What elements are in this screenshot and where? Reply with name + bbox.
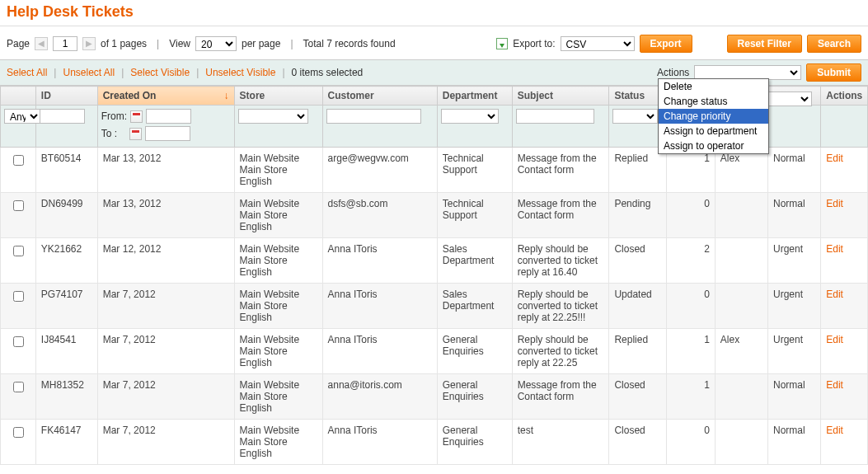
cell-id: PG74107 [35,284,97,329]
col-customer[interactable]: Customer [322,87,437,106]
edit-link[interactable]: Edit [826,198,843,209]
cell-store: Main Website Main Store English [234,329,322,374]
filter-subject-input[interactable] [516,109,594,124]
filter-customer-input[interactable] [326,109,421,124]
col-checkbox[interactable] [1,87,36,106]
unselect-visible-link[interactable]: Unselect Visible [205,67,275,78]
export-format-select[interactable]: CSV [561,36,635,51]
cell-store: Main Website Main Store English [234,193,322,238]
row-checkbox[interactable] [13,200,24,211]
cell-created: Mar 13, 2012 [97,193,234,238]
table-row[interactable]: MH81352Mar 7, 2012Main Website Main Stor… [1,374,868,420]
cell-id: DN69499 [35,193,97,238]
page-prev-button[interactable]: ◀ [35,37,48,50]
actions-menu-item[interactable]: Assign to operator [659,138,768,153]
edit-link[interactable]: Edit [826,243,843,255]
col-actions[interactable]: Actions [821,87,868,106]
edit-link[interactable]: Edit [826,425,843,436]
filter-status-select[interactable] [612,109,658,124]
page-title: Help Desk Tickets [0,0,868,26]
cell-store: Main Website Main Store English [234,148,322,193]
total-records-label: Total 7 records found [303,38,396,49]
row-checkbox[interactable] [13,382,24,392]
cell-status: Pending [609,193,667,238]
cell-replies: 1 [666,374,715,420]
filter-id-input[interactable] [40,109,85,124]
per-page-select[interactable]: 20 [195,36,237,51]
row-checkbox[interactable] [13,427,24,438]
unselect-all-link[interactable]: Unselect All [63,67,115,78]
submit-button[interactable]: Submit [806,63,861,82]
table-row[interactable]: DN69499Mar 13, 2012Main Website Main Sto… [1,193,868,238]
cell-id: FK46147 [35,420,97,465]
cell-customer: dsfs@sb.com [322,193,437,238]
row-checkbox[interactable] [13,291,24,302]
search-button[interactable]: Search [807,35,861,53]
cell-department: Technical Support [437,193,512,238]
page-number-input[interactable] [53,36,77,51]
col-created[interactable]: Created On↓ [97,87,234,106]
table-row[interactable]: PG74107Mar 7, 2012Main Website Main Stor… [1,284,868,329]
reset-filter-button[interactable]: Reset Filter [727,35,802,53]
export-button[interactable]: Export [640,35,692,53]
cell-id: BT60514 [35,148,97,193]
calendar-icon[interactable] [130,110,143,123]
cell-replies: 0 [666,420,715,465]
cell-replies: 1 [666,329,715,374]
cell-department: General Enquiries [437,329,512,374]
sort-desc-icon: ↓ [224,90,229,101]
row-checkbox[interactable] [13,155,24,166]
per-page-label: per page [242,38,280,49]
cell-status: Closed [609,420,667,465]
view-label: View [169,38,190,49]
table-row[interactable]: IJ84541Mar 7, 2012Main Website Main Stor… [1,329,868,374]
table-row[interactable]: YK21662Mar 12, 2012Main Website Main Sto… [1,238,868,284]
cell-subject: Reply should be converted to ticket repl… [512,238,609,284]
actions-menu-item[interactable]: Change priority [659,109,768,124]
cell-created: Mar 13, 2012 [97,148,234,193]
select-visible-link[interactable]: Select Visible [130,67,190,78]
filter-store-select[interactable] [238,109,308,124]
filter-date-to-input[interactable] [145,126,190,141]
edit-link[interactable]: Edit [826,334,843,345]
col-subject[interactable]: Subject [512,87,609,106]
items-selected-label: 0 items selected [292,67,364,78]
pager-toolbar: Page ◀ ▶ of 1 pages | View 20 per page |… [0,26,868,59]
col-id[interactable]: ID [35,87,97,106]
cell-priority: Normal [768,420,821,465]
actions-menu-item[interactable]: Delete [659,79,768,94]
cell-store: Main Website Main Store English [234,420,322,465]
cell-created: Mar 7, 2012 [97,420,234,465]
export-label: Export to: [513,38,555,49]
page-label: Page [7,38,30,49]
row-checkbox[interactable] [13,246,24,256]
row-checkbox[interactable] [13,336,24,347]
actions-menu-item[interactable]: Change status [659,94,768,109]
edit-link[interactable]: Edit [826,153,843,164]
select-all-link[interactable]: Select All [7,67,47,78]
actions-menu-item[interactable]: Assign to department [659,124,768,138]
cell-status: Closed [609,374,667,420]
filter-date-from-input[interactable] [146,109,191,124]
cell-operator [715,284,767,329]
table-row[interactable]: FK46147Mar 7, 2012Main Website Main Stor… [1,420,868,465]
cell-department: General Enquiries [437,420,512,465]
filter-any-select[interactable]: Any [4,109,41,124]
page-next-button[interactable]: ▶ [82,37,96,50]
edit-link[interactable]: Edit [826,379,843,391]
cell-priority: Normal [768,148,821,193]
calendar-icon[interactable] [129,128,142,140]
edit-link[interactable]: Edit [826,289,843,300]
col-department[interactable]: Department [437,87,512,106]
cell-operator [715,374,767,420]
cell-subject: Message from the Contact form [512,148,609,193]
cell-customer: Anna IToris [322,284,437,329]
filter-department-select[interactable] [441,109,499,124]
to-label: To : [101,128,126,139]
priority-subselect[interactable] [767,92,812,106]
cell-subject: Message from the Contact form [512,374,609,420]
cell-created: Mar 12, 2012 [97,238,234,284]
cell-department: Sales Department [437,238,512,284]
col-store[interactable]: Store [234,87,322,106]
cell-status: Closed [609,238,667,284]
